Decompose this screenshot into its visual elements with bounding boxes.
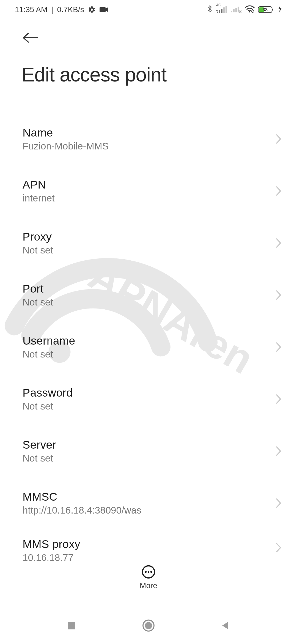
item-label: MMS proxy <box>23 538 80 551</box>
svg-rect-15 <box>272 9 273 11</box>
bluetooth-icon <box>207 5 213 15</box>
status-time: 11:35 AM <box>15 5 47 14</box>
item-value: Not set <box>23 401 73 412</box>
apn-port-item[interactable]: Port Not set <box>0 269 297 321</box>
chevron-right-icon <box>274 543 284 553</box>
chevron-right-icon <box>274 498 284 508</box>
svg-rect-7 <box>226 6 227 13</box>
gear-icon <box>88 6 96 13</box>
item-label: Username <box>23 334 75 347</box>
wifi-icon <box>245 5 255 15</box>
status-net-speed: 0.7KB/s <box>57 5 84 14</box>
back-button[interactable] <box>21 29 40 47</box>
item-value: Not set <box>23 297 53 308</box>
chevron-right-icon <box>274 134 284 144</box>
item-label: Password <box>23 386 73 399</box>
status-left: 11:35 AM | 0.7KB/s <box>15 5 108 14</box>
item-label: Proxy <box>23 230 53 243</box>
svg-rect-8 <box>231 11 232 12</box>
item-value: Not set <box>23 349 75 360</box>
svg-rect-5 <box>221 9 222 13</box>
status-bar: 11:35 AM | 0.7KB/s 4G <box>0 0 297 19</box>
apn-server-item[interactable]: Server Not set <box>0 425 297 477</box>
nav-home-button[interactable] <box>140 617 157 634</box>
apn-proxy-item[interactable]: Proxy Not set <box>0 217 297 269</box>
item-value: Not set <box>23 453 56 464</box>
chevron-right-icon <box>274 290 284 300</box>
chevron-right-icon <box>274 342 284 352</box>
svg-rect-9 <box>233 9 235 12</box>
item-value: 10.16.18.77 <box>23 552 80 563</box>
item-label: MMSC <box>23 490 141 503</box>
status-separator: | <box>51 5 53 14</box>
more-label: More <box>140 581 157 590</box>
charging-icon <box>278 5 282 15</box>
chevron-right-icon <box>274 186 284 196</box>
nav-recent-button[interactable] <box>63 617 80 634</box>
svg-point-18 <box>145 571 147 573</box>
svg-rect-4 <box>219 10 220 13</box>
svg-rect-11 <box>238 7 239 12</box>
svg-point-12 <box>249 11 251 12</box>
apn-apn-item[interactable]: APN internet <box>0 165 297 217</box>
item-label: Server <box>23 438 56 451</box>
apn-password-item[interactable]: Password Not set <box>0 373 297 425</box>
signal-no-sim-icon <box>230 5 241 15</box>
svg-point-23 <box>145 622 152 629</box>
chevron-right-icon <box>274 446 284 456</box>
svg-rect-6 <box>223 7 225 13</box>
item-value: Not set <box>23 245 53 256</box>
apn-mmsc-item[interactable]: MMSC http://10.16.18.4:38090/was <box>0 477 297 529</box>
battery-text: 38 <box>263 7 268 12</box>
camera-icon <box>100 7 108 13</box>
item-label: Name <box>23 126 109 139</box>
svg-rect-21 <box>68 622 75 629</box>
system-nav-bar <box>0 607 297 644</box>
svg-point-19 <box>148 571 149 573</box>
item-value: http://10.16.18.4:38090/was <box>23 505 141 516</box>
item-value: internet <box>23 193 55 204</box>
svg-rect-10 <box>235 8 237 12</box>
svg-point-20 <box>150 571 152 573</box>
chevron-right-icon <box>274 238 284 248</box>
item-label: APN <box>23 178 55 191</box>
battery-icon: 38 <box>258 6 274 14</box>
status-right: 4G <box>207 5 282 15</box>
signal-4g-icon: 4G <box>216 6 227 14</box>
page-title: Edit access point <box>21 63 297 86</box>
svg-rect-3 <box>217 12 218 13</box>
nav-back-button[interactable] <box>217 617 234 634</box>
bottom-action-bar: More <box>0 565 297 603</box>
apn-username-item[interactable]: Username Not set <box>0 321 297 373</box>
svg-rect-2 <box>100 7 106 12</box>
more-button[interactable] <box>141 565 156 579</box>
apn-mms-proxy-item[interactable]: MMS proxy 10.16.18.77 <box>0 529 297 570</box>
settings-list: Name Fuzion-Mobile-MMS APN internet Prox… <box>0 86 297 570</box>
item-value: Fuzion-Mobile-MMS <box>23 141 109 152</box>
apn-name-item[interactable]: Name Fuzion-Mobile-MMS <box>0 113 297 165</box>
chevron-right-icon <box>274 394 284 404</box>
item-label: Port <box>23 282 53 295</box>
